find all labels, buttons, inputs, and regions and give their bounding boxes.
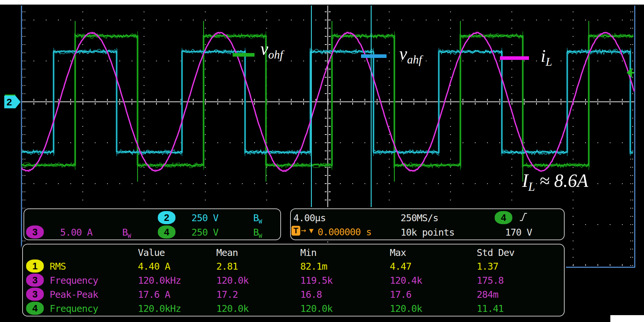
grid-dot	[573, 208, 573, 208]
grid-dot	[573, 191, 573, 192]
grid-dot	[352, 183, 353, 184]
grid-dot	[217, 142, 218, 143]
vahf-subscript: ahf	[407, 53, 422, 66]
grid-dot	[205, 20, 206, 20]
grid-dot	[511, 69, 512, 69]
grid-dot	[132, 61, 132, 61]
grid-dot	[34, 20, 34, 20]
grid-dot	[377, 61, 377, 61]
grid-dot	[450, 28, 451, 28]
grid-dot	[205, 85, 206, 86]
grid-dot	[205, 11, 206, 12]
grid-dot	[119, 61, 120, 61]
grid-dot	[205, 44, 206, 45]
grid-dot	[511, 175, 512, 176]
grid-dot	[291, 183, 291, 184]
channel2-marker-label: 2	[7, 97, 12, 108]
grid-dot	[414, 183, 414, 184]
grid-dot	[46, 20, 46, 20]
grid-dot	[377, 183, 377, 184]
grid-dot	[389, 167, 389, 168]
grid-dot	[70, 183, 71, 184]
grid-dot	[315, 142, 316, 143]
trigger-source-badge[interactable]: 4	[495, 211, 512, 224]
grid-dot	[622, 20, 622, 20]
graticule-frame-right	[634, 6, 635, 268]
grid-dot	[144, 151, 144, 151]
grid-dot	[573, 216, 573, 217]
channel4-badge[interactable]: 4	[158, 225, 175, 239]
grid-dot	[82, 151, 83, 151]
grid-dot	[426, 20, 426, 20]
grid-dot	[573, 11, 573, 12]
grid-dot	[352, 61, 353, 61]
oscilloscope-screen: 2 vohf vahf iL IL ≈ 8.6A 3 5.00 A BW 2 2…	[0, 0, 644, 322]
channel3-badge[interactable]: 3	[26, 225, 44, 239]
record-length: 10k points	[401, 227, 454, 238]
legend-swatch-il	[500, 56, 529, 60]
grid-dot	[511, 44, 512, 45]
grid-dot	[450, 44, 451, 45]
grid-dot	[205, 167, 206, 168]
grid-dot	[70, 20, 71, 20]
grid-dot	[168, 183, 169, 184]
grid-dot	[450, 93, 451, 94]
grid-dot	[450, 36, 451, 37]
grid-dot	[597, 265, 598, 266]
grid-dot	[82, 191, 83, 192]
measure-row-channel-badge[interactable]: 1	[26, 259, 44, 273]
grid-dot	[144, 142, 144, 143]
grid-dot	[132, 142, 132, 143]
grid-dot	[573, 36, 573, 37]
grid-dot	[511, 191, 512, 192]
measure-value: 120.0kHz	[138, 303, 181, 314]
grid-dot	[82, 126, 83, 127]
grid-dot	[291, 142, 291, 143]
grid-dot	[156, 183, 157, 184]
grid-dot	[499, 20, 500, 20]
grid-dot	[144, 69, 144, 69]
channel2-badge[interactable]: 2	[158, 211, 175, 224]
grid-dot	[242, 61, 242, 61]
grid-dot	[82, 118, 83, 118]
grid-dot	[622, 224, 622, 225]
grid-dot	[511, 142, 512, 143]
grid-dot	[58, 183, 59, 184]
grid-dot	[230, 61, 230, 61]
grid-dot	[266, 28, 267, 28]
channel2-ground-marker[interactable]: 2	[4, 95, 21, 108]
grid-dot	[70, 61, 71, 61]
grid-dot	[70, 142, 71, 143]
grid-dot	[511, 11, 512, 12]
grid-dot	[205, 110, 206, 110]
measure-row-channel-badge[interactable]: 4	[26, 302, 44, 315]
measure-value: 17.6 A	[138, 289, 170, 300]
measurements-box[interactable]: ValueMeanMinMaxStd Dev 1RMS4.40 A2.8182.…	[22, 244, 565, 316]
grid-dot	[279, 142, 279, 143]
grid-dot	[426, 183, 426, 184]
measure-label: Frequency	[50, 303, 98, 314]
measure-row-channel-badge[interactable]: 3	[26, 274, 44, 287]
grid-dot	[389, 200, 389, 200]
grid-dot	[156, 142, 157, 143]
grid-dot	[132, 183, 132, 184]
grid-dot	[573, 241, 573, 241]
grid-dot	[463, 61, 463, 61]
grid-dot	[144, 134, 144, 135]
grid-dot	[389, 28, 389, 28]
grid-dot	[365, 183, 365, 184]
note-subscript: L	[528, 180, 535, 193]
grid-dot	[573, 232, 573, 233]
grid-dot	[622, 183, 622, 184]
grid-dot	[303, 20, 304, 20]
grid-dot	[82, 241, 83, 241]
grid-dot	[193, 183, 193, 184]
measure-row-channel-badge[interactable]: 3	[26, 288, 44, 301]
channel-readout-box[interactable]: 3 5.00 A BW 2 250 V BW 4 250 V BW	[24, 208, 281, 240]
grid-dot	[205, 134, 206, 135]
grid-dot	[389, 134, 389, 135]
grid-dot	[487, 61, 488, 61]
grid-dot	[132, 20, 132, 20]
grid-dot	[82, 200, 83, 200]
grid-dot	[266, 11, 267, 12]
